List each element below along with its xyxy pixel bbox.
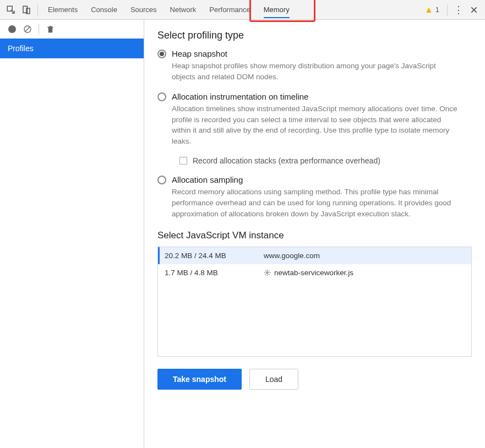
vm-instance-table: 20.2 MB / 24.4 MB www.google.com 1.7 MB … bbox=[157, 247, 472, 357]
profile-toolbar bbox=[0, 20, 144, 39]
left-sidebar: Profiles bbox=[0, 20, 144, 448]
checkbox-icon bbox=[179, 157, 187, 165]
device-toolbar-icon[interactable] bbox=[20, 3, 33, 17]
radio-label: Allocation sampling bbox=[172, 175, 243, 184]
checkbox-record-stacks[interactable]: Record allocation stacks (extra performa… bbox=[179, 156, 472, 165]
vm-size: 1.7 MB / 4.8 MB bbox=[165, 269, 264, 277]
separator bbox=[447, 4, 448, 15]
main-panel: Select profiling type Heap snapshot Heap… bbox=[144, 20, 485, 448]
close-icon[interactable] bbox=[467, 3, 481, 17]
vm-name: newtab-serviceworker.js bbox=[264, 269, 353, 277]
radio-icon bbox=[157, 92, 166, 101]
kebab-menu-icon[interactable]: ⋮ bbox=[452, 3, 465, 17]
take-snapshot-button[interactable]: Take snapshot bbox=[157, 369, 242, 390]
tab-sources[interactable]: Sources bbox=[124, 0, 164, 19]
allocation-timeline-desc: Allocation timelines show instrumented J… bbox=[172, 103, 458, 146]
tab-elements[interactable]: Elements bbox=[41, 0, 84, 19]
radio-label: Heap snapshot bbox=[172, 49, 227, 58]
vm-size: 20.2 MB / 24.4 MB bbox=[165, 252, 264, 260]
devtools-tabbar: Elements Console Sources Network Perform… bbox=[0, 0, 485, 20]
vm-row[interactable]: 1.7 MB / 4.8 MB newtab-serviceworker.js bbox=[158, 264, 471, 281]
profiling-type-title: Select profiling type bbox=[157, 30, 472, 41]
allocation-sampling-desc: Record memory allocations using sampling… bbox=[172, 187, 458, 219]
radio-allocation-sampling[interactable]: Allocation sampling bbox=[157, 175, 472, 184]
radio-icon bbox=[157, 50, 166, 58]
radio-icon bbox=[157, 176, 166, 184]
separator bbox=[37, 4, 38, 15]
tab-memory[interactable]: Memory bbox=[257, 0, 296, 19]
radio-label: Allocation instrumentation on timeline bbox=[172, 92, 308, 101]
warning-icon[interactable]: ▲ bbox=[424, 5, 433, 15]
vm-section-title: Select JavaScript VM instance bbox=[157, 230, 472, 241]
vm-name: www.google.com bbox=[264, 252, 320, 260]
record-icon[interactable] bbox=[6, 23, 19, 36]
sidebar-item-profiles[interactable]: Profiles bbox=[0, 39, 144, 58]
tab-network[interactable]: Network bbox=[164, 0, 203, 19]
load-button[interactable]: Load bbox=[249, 369, 298, 390]
warning-count[interactable]: 1 bbox=[435, 6, 439, 14]
clear-icon[interactable] bbox=[21, 23, 34, 36]
tab-performance[interactable]: Performance bbox=[203, 0, 257, 19]
separator bbox=[39, 24, 39, 35]
radio-heap-snapshot[interactable]: Heap snapshot bbox=[157, 49, 472, 58]
vm-row[interactable]: 20.2 MB / 24.4 MB www.google.com bbox=[158, 247, 471, 264]
inspect-element-icon[interactable] bbox=[4, 3, 18, 17]
delete-icon[interactable] bbox=[43, 23, 57, 36]
radio-allocation-timeline[interactable]: Allocation instrumentation on timeline bbox=[157, 92, 472, 101]
checkbox-label: Record allocation stacks (extra performa… bbox=[193, 156, 380, 165]
heap-snapshot-desc: Heap snapshot profiles show memory distr… bbox=[172, 61, 458, 82]
svg-point-4 bbox=[266, 272, 268, 274]
tab-console[interactable]: Console bbox=[84, 0, 124, 19]
gear-icon bbox=[264, 269, 271, 276]
